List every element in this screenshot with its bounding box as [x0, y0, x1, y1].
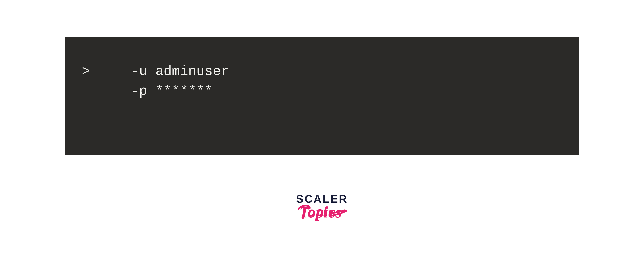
terminal-line-2: -p *******: [82, 83, 213, 99]
terminal-line-1: -u adminuser: [90, 64, 229, 79]
svg-text:Topics: Topics: [299, 203, 342, 221]
prompt-symbol: >: [82, 64, 90, 79]
terminal-block: > -u adminuser -p *******: [65, 37, 579, 155]
terminal-content: > -u adminuser -p *******: [82, 62, 562, 101]
logo-topics-text: Topics: [296, 202, 348, 226]
scaler-topics-logo: SCALER Topics: [296, 192, 348, 226]
